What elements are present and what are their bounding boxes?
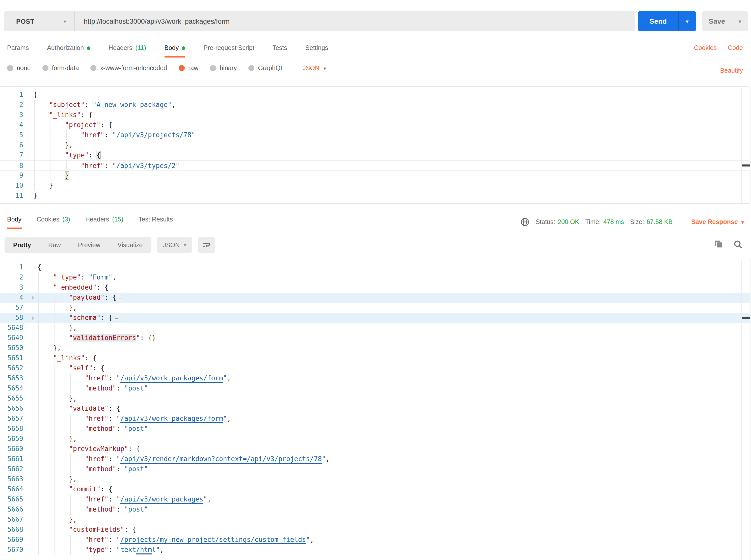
fold-toggle[interactable] — [26, 313, 37, 323]
fold-gutter — [26, 191, 33, 201]
view-preview[interactable]: Preview — [70, 241, 109, 248]
code-text: }, — [37, 434, 750, 444]
fold-gutter — [26, 444, 37, 454]
indent-guide — [70, 495, 71, 504]
response-tab-test-results[interactable]: Test Results — [139, 216, 173, 229]
tab-tests[interactable]: Tests — [273, 44, 287, 58]
code-text: "commit": { — [37, 484, 750, 495]
line-number: 5650 — [0, 343, 26, 353]
save-response-button[interactable]: Save Response ▾ — [691, 218, 744, 225]
copy-icon[interactable] — [714, 240, 723, 249]
status-value: 200 OK — [558, 218, 579, 225]
tab-count: (15) — [112, 216, 123, 223]
response-tab-body[interactable]: Body — [7, 216, 21, 229]
code-line: 1{ — [0, 90, 750, 100]
send-button[interactable]: Send ▾ — [638, 11, 696, 31]
body-mode-form-data[interactable]: form-data — [42, 65, 79, 72]
response-tab-cookies[interactable]: Cookies(3) — [37, 216, 70, 229]
fold-toggle[interactable] — [26, 293, 37, 303]
code-text: "_embedded": { — [37, 282, 750, 293]
indent-guide — [54, 293, 55, 303]
fold-gutter — [26, 414, 37, 424]
indent-guide — [54, 535, 55, 545]
code-line: 5652 "self": { — [0, 363, 750, 373]
code-line: 5668 "customFields": { — [0, 525, 750, 535]
code-text: "href": "/api/v3/projects/78" — [33, 130, 750, 140]
tab-body[interactable]: Body — [164, 44, 185, 58]
body-mode-x-www-form-urlencoded[interactable]: x-www-form-urlencoded — [91, 65, 167, 72]
section-divider — [0, 209, 751, 209]
code-line: 5662 "method": "post" — [0, 464, 750, 474]
body-mode-binary[interactable]: binary — [210, 65, 237, 72]
code-text: { — [33, 90, 750, 100]
code-text: "schema": {⋯ — [37, 313, 750, 323]
view-visualize[interactable]: Visualize — [109, 241, 152, 248]
indent-guide — [70, 545, 71, 555]
indent-guide — [70, 373, 71, 383]
code-text: "customFields": { — [37, 525, 750, 535]
code-line: 8 "href": "/api/v3/types/2" — [0, 160, 750, 171]
indent-guide — [54, 474, 55, 484]
code-text: "method": "post" — [37, 464, 750, 474]
response-body-editor[interactable]: 1{2 "_type": "Form",3 "_embedded": {4 "p… — [0, 259, 751, 560]
line-number: 5659 — [0, 434, 26, 444]
line-number: 11 — [0, 191, 26, 201]
view-pretty[interactable]: Pretty — [4, 241, 40, 248]
fold-gutter — [26, 535, 37, 545]
wrap-text-button[interactable] — [198, 237, 215, 253]
indent-guide — [54, 444, 55, 454]
indent-guide — [38, 495, 39, 504]
save-response-label: Save Response — [691, 218, 738, 225]
tab-settings[interactable]: Settings — [305, 44, 328, 58]
fold-gutter — [26, 161, 33, 170]
request-language-selector[interactable]: JSON▾ — [302, 65, 326, 72]
chevron-right-icon — [30, 316, 34, 320]
fold-gutter — [26, 424, 37, 434]
indent-guide — [54, 404, 55, 414]
code-line: 5650 }, — [0, 343, 750, 353]
send-label[interactable]: Send — [638, 11, 679, 31]
search-icon[interactable] — [733, 240, 743, 249]
line-number: 5652 — [0, 363, 26, 373]
indent-guide — [38, 454, 39, 464]
code-line: 7 "type": { — [0, 151, 750, 160]
code-line: 1{ — [0, 262, 750, 273]
save-label[interactable]: Save — [702, 11, 732, 31]
view-raw[interactable]: Raw — [40, 241, 70, 248]
body-mode-raw[interactable]: raw — [179, 65, 198, 72]
request-url-bar: POST ▾ http://localhost:3000/api/v3/work… — [4, 11, 635, 31]
method-selector[interactable]: POST ▾ — [4, 11, 75, 31]
fold-gutter — [26, 333, 37, 343]
body-mode-none[interactable]: none — [7, 65, 31, 72]
indent-guide — [38, 404, 39, 414]
code-line: 5661 "href": "/api/v3/render/markdown?co… — [0, 454, 750, 464]
cookies-link[interactable]: Cookies — [694, 44, 717, 52]
request-body-editor[interactable]: 1{2 "subject": "A new work package",3 "_… — [0, 86, 751, 204]
tab-headers[interactable]: Headers(11) — [108, 44, 146, 58]
send-options-dropdown[interactable]: ▾ — [679, 11, 695, 31]
body-mode-label: form-data — [52, 65, 79, 72]
chevron-down-icon: ▾ — [686, 18, 688, 24]
tab-authorization[interactable]: Authorization — [47, 44, 90, 58]
code-link[interactable]: Code — [728, 44, 743, 52]
save-button[interactable]: Save ▾ — [702, 11, 748, 31]
tab-params[interactable]: Params — [7, 44, 29, 58]
line-number: 5653 — [0, 373, 26, 383]
view-switcher: PrettyRawPreviewVisualize — [4, 237, 151, 253]
overview-ruler — [742, 87, 742, 203]
body-mode-graphql[interactable]: GraphQL — [248, 65, 284, 72]
indent-guide — [38, 535, 39, 545]
fold-gutter — [26, 130, 33, 140]
fold-gutter — [26, 394, 37, 404]
line-number: 5654 — [0, 383, 26, 394]
save-options-dropdown[interactable]: ▾ — [732, 11, 748, 31]
code-text: { — [37, 262, 750, 273]
code-text: "subject": "A new work package", — [33, 100, 750, 110]
postman-app: POST ▾ http://localhost:3000/api/v3/work… — [0, 0, 751, 560]
line-number: 2 — [0, 273, 26, 282]
response-tab-headers[interactable]: Headers(15) — [85, 216, 123, 229]
response-language-selector[interactable]: JSON ▾ — [157, 237, 192, 253]
beautify-button[interactable]: Beautify — [720, 67, 743, 74]
url-input[interactable]: http://localhost:3000/api/v3/work_packag… — [75, 17, 635, 25]
tab-pre-request-script[interactable]: Pre-request Script — [203, 44, 254, 58]
